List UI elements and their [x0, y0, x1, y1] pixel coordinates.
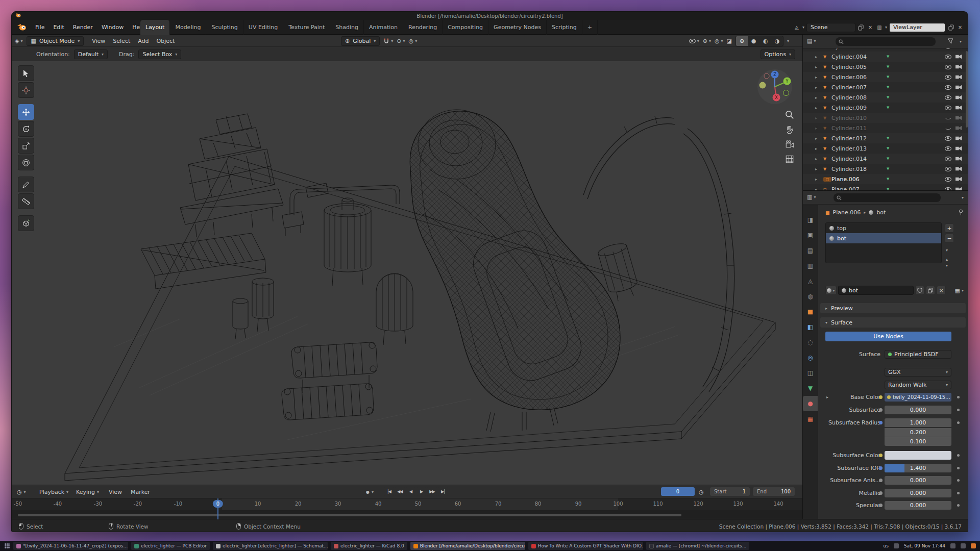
menu-edit[interactable]: Edit — [53, 24, 64, 31]
pin-icon[interactable] — [958, 209, 964, 216]
outliner-search-input[interactable] — [836, 37, 936, 46]
slot-specials-icon[interactable]: ▾ — [946, 248, 948, 253]
outliner-row[interactable]: ▸ ▼ Cylinder.012 ▼ — [803, 133, 968, 143]
outliner-row[interactable]: ▸ ▼ Cylinder.008 ▼ — [803, 92, 968, 103]
camera-icon[interactable] — [955, 85, 962, 90]
prev-keyframe-button[interactable]: ◀◀ — [395, 487, 405, 496]
outliner-row[interactable]: ▸ ▼ Cylinder.009 ▼ — [803, 103, 968, 113]
taskbar-item[interactable]: electric_lighter — KiCad 8.0 — [331, 542, 407, 550]
tool-add-cube[interactable] — [18, 215, 34, 231]
jump-to-start-button[interactable]: |◀ — [384, 487, 394, 496]
eye-closed-icon[interactable] — [945, 127, 951, 130]
camera-icon[interactable] — [955, 106, 962, 110]
new-scene-icon[interactable] — [857, 24, 865, 31]
taskbar-item-active[interactable]: Blender [/home/amalie/Desktop/blender/ci… — [410, 542, 525, 550]
remove-view-layer-icon[interactable]: × — [957, 24, 964, 31]
pan-hand-icon[interactable] — [785, 125, 794, 134]
eye-icon[interactable] — [945, 75, 951, 80]
use-nodes-button[interactable]: Use Nodes — [825, 332, 951, 341]
tab-material[interactable]: ● — [803, 396, 818, 411]
eye-closed-icon[interactable] — [945, 117, 951, 119]
base-color-texture-field[interactable]: twily_2024-11-09-15... — [885, 393, 951, 402]
eye-icon[interactable] — [945, 95, 951, 100]
keyboard-layout-indicator[interactable]: us — [883, 543, 888, 548]
timeline-ruler[interactable]: -50 -40 -30 -20 -10 0 10 20 30 40 50 60 … — [12, 498, 802, 510]
camera-icon[interactable] — [955, 157, 962, 161]
menu-render[interactable]: Render — [73, 24, 93, 31]
surface-section-header[interactable]: ▾ Surface — [820, 317, 966, 328]
menu-window[interactable]: Window — [102, 24, 124, 31]
specular-field[interactable]: 0.000 — [885, 501, 951, 510]
xray-toggle[interactable]: ◪ — [727, 38, 732, 44]
chevron-down-icon[interactable]: ▾ — [814, 195, 816, 199]
tab-scripting[interactable]: Scripting — [547, 20, 582, 35]
object-visibility-dropdown[interactable]: ▾ — [689, 39, 699, 43]
tab-texture-paint[interactable]: Texture Paint — [283, 20, 330, 35]
camera-icon[interactable] — [955, 48, 962, 49]
eye-icon[interactable] — [945, 177, 951, 182]
use-preview-range-toggle[interactable]: ◷ — [699, 485, 704, 498]
keyframe-dot-icon[interactable] — [957, 467, 960, 469]
keyframe-dot-icon[interactable] — [957, 479, 960, 482]
current-frame-field[interactable]: 0 — [661, 487, 695, 496]
next-keyframe-button[interactable]: ▶▶ — [427, 487, 437, 496]
move-slot-up-icon[interactable]: ▴ — [946, 257, 948, 262]
chevron-down-icon[interactable]: ▾ — [802, 25, 804, 30]
menu-keying[interactable]: Keying ▾ — [76, 485, 99, 498]
outliner-editor-icon[interactable]: ▤ — [807, 38, 812, 44]
view-layer-name-field[interactable]: ViewLayer — [889, 23, 945, 32]
scene-name-field[interactable]: Scene — [806, 23, 855, 32]
breadcrumb-material[interactable]: bot — [876, 209, 886, 216]
tab-geometry-nodes[interactable]: Geometry Nodes — [488, 20, 547, 35]
auto-keying-toggle[interactable]: ● ▾ — [366, 485, 374, 498]
outliner-row[interactable]: ▸ ▼ Cylinder.006 ▼ — [803, 72, 968, 82]
remove-slot-button[interactable]: − — [945, 234, 954, 243]
subsurface-field[interactable]: 0.000 — [885, 406, 951, 414]
tray-icon[interactable] — [950, 543, 955, 548]
tool-measure[interactable] — [18, 193, 34, 209]
expand-icon[interactable]: ▸ — [815, 65, 823, 69]
tab-layout[interactable]: Layout — [140, 20, 170, 35]
tab-compositing[interactable]: Compositing — [443, 20, 488, 35]
subsurface-color-swatch[interactable] — [885, 451, 951, 460]
expand-icon[interactable]: ▸ — [815, 146, 823, 151]
shading-material-button[interactable]: ◐ — [760, 36, 771, 46]
keyframe-dot-icon[interactable] — [957, 421, 960, 424]
keyframe-dot-icon[interactable] — [957, 504, 960, 507]
outliner-row[interactable]: ▸ ▼ Cylinder.007 ▼ — [803, 82, 968, 92]
camera-icon[interactable] — [955, 95, 962, 100]
menu-view[interactable]: View — [92, 38, 105, 44]
tab-modeling[interactable]: Modeling — [170, 20, 206, 35]
tab-view-layer[interactable]: ▥ — [803, 258, 818, 273]
tab-sculpting[interactable]: Sculpting — [206, 20, 243, 35]
camera-icon[interactable] — [955, 177, 962, 182]
app-launcher-icon[interactable] — [4, 543, 10, 549]
unlink-scene-icon[interactable]: × — [867, 24, 874, 31]
play-button[interactable]: ▶ — [416, 487, 426, 496]
tab-animation[interactable]: Animation — [364, 20, 403, 35]
zoom-icon[interactable] — [785, 110, 794, 119]
camera-icon[interactable] — [955, 126, 962, 131]
taskbar-item[interactable]: electric_lighter — PCB Editor — [131, 542, 210, 550]
expand-icon[interactable]: ▸ — [815, 85, 823, 90]
outliner-row[interactable]: ▸ ▼ Cylinder.011 — [803, 123, 968, 133]
timeline-editor-type-button[interactable]: ◷ ▾ — [17, 485, 26, 498]
keyframe-dot-icon[interactable] — [957, 396, 960, 398]
outliner-scrollbar[interactable] — [966, 51, 968, 128]
outliner-row[interactable]: ▸ ▼ Cylinder.005 ▼ — [803, 62, 968, 72]
subsurface-method-dropdown[interactable]: Random Walk ▾ — [885, 381, 951, 389]
clock[interactable]: Sat, 09 Nov 17:44 — [904, 543, 945, 548]
tool-select-box[interactable] — [18, 65, 34, 81]
tab-render[interactable]: ▣ — [803, 228, 818, 243]
chevron-down-icon[interactable]: ▾ — [960, 39, 962, 44]
keyframe-dot-icon[interactable] — [957, 492, 960, 494]
menu-add[interactable]: Add — [138, 38, 149, 44]
overlays-dropdown[interactable]: ◎ ▾ — [715, 38, 723, 44]
eye-icon[interactable] — [945, 48, 951, 49]
tab-rendering[interactable]: Rendering — [403, 20, 443, 35]
menu-marker[interactable]: Marker — [131, 485, 150, 498]
expand-icon[interactable]: ▸ — [815, 187, 823, 191]
tab-uv-editing[interactable]: UV Editing — [243, 20, 283, 35]
drag-mode-dropdown[interactable]: Select Box ▾ — [138, 49, 181, 59]
taskbar-item[interactable]: amalie — [chromd] ~/blender-circuits... — [646, 542, 750, 550]
